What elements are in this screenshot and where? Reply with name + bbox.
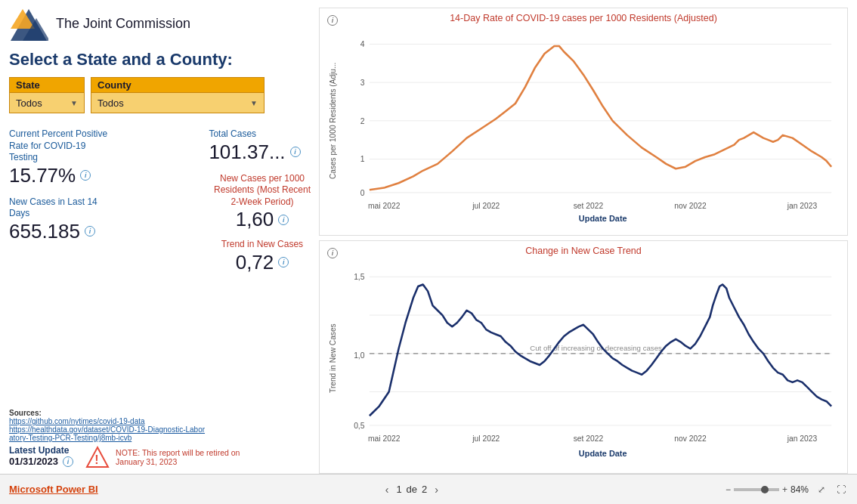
- page-title: Select a State and a County:: [9, 50, 311, 70]
- positive-rate-info-icon[interactable]: i: [80, 170, 91, 181]
- sources-label: Sources:: [9, 409, 311, 417]
- chart2-title: Change in New Case Trend: [326, 246, 841, 256]
- pagination: ‹ 1 de 2 ›: [382, 484, 441, 496]
- svg-text:1,0: 1,0: [354, 352, 365, 360]
- new-cases-14-info-icon[interactable]: i: [85, 226, 95, 237]
- fullscreen-icon[interactable]: ⛶: [834, 483, 848, 496]
- stats-right-col: Total Cases 101.37... i New Cases per 10…: [190, 128, 311, 274]
- total-cases-block: Total Cases 101.37... i: [209, 128, 300, 164]
- note-block: ! NOTE: This report will be retired on J…: [85, 445, 252, 469]
- trend-info-icon[interactable]: i: [278, 257, 289, 267]
- chart1-title: 14-Day Rate of COVID-19 cases per 1000 R…: [326, 13, 841, 23]
- zoom-controls: − + 84%: [726, 484, 809, 495]
- warning-icon: !: [85, 445, 110, 469]
- county-arrow-icon: ▼: [250, 99, 258, 107]
- svg-text:2: 2: [360, 117, 365, 125]
- total-cases-info-icon[interactable]: i: [290, 147, 301, 157]
- positive-rate-value: 15.77% i: [9, 164, 190, 187]
- new-cases-1000-label: New Cases per 1000 Residents (Most Recen…: [213, 173, 311, 209]
- page-current: 1: [396, 484, 401, 495]
- powerbi-link[interactable]: Microsoft Power BI: [9, 484, 98, 495]
- source-link-1[interactable]: https://github.com/nytimes/covid-19-data: [9, 417, 311, 425]
- new-cases-1000-info-icon[interactable]: i: [278, 215, 289, 225]
- right-panel: i 14-Day Rate of COVID-19 cases per 1000…: [319, 8, 848, 474]
- svg-text:1,5: 1,5: [354, 274, 365, 282]
- trend-label: Trend in New Cases: [221, 239, 303, 251]
- bottom-left: Sources: https://github.com/nytimes/covi…: [9, 409, 311, 474]
- svg-text:3: 3: [360, 79, 365, 87]
- state-select[interactable]: Todos ▼: [9, 92, 85, 113]
- chart2-info-icon[interactable]: i: [326, 246, 338, 259]
- chart1-info-icon[interactable]: i: [326, 13, 338, 26]
- page-total: 2: [422, 484, 427, 495]
- positive-rate-label: Current Percent Positive Rate for COVID-…: [9, 128, 115, 164]
- state-dropdown-group: State Todos ▼: [9, 77, 85, 113]
- svg-text:!: !: [94, 453, 98, 466]
- source-link-2[interactable]: https://healthdata.gov/dataset/COVID-19-…: [9, 425, 206, 442]
- latest-update-label: Latest Update: [9, 445, 73, 456]
- svg-text:jan 2023: jan 2023: [787, 435, 818, 444]
- stats-left-col: Current Percent Positive Rate for COVID-…: [9, 128, 190, 274]
- new-cases-14-value: 655.185 i: [9, 220, 190, 243]
- latest-update-block: Latest Update 01/31/2023 i: [9, 445, 73, 467]
- svg-text:mai 2022: mai 2022: [368, 435, 401, 444]
- svg-text:set 2022: set 2022: [574, 203, 604, 211]
- note-text: NOTE: This report will be retired on Jan…: [116, 448, 252, 466]
- footer-bar: Microsoft Power BI ‹ 1 de 2 › − + 84% ⤢ …: [0, 474, 857, 504]
- chart1-svg: Cases per 1000 Residents (Adju... 4 3 2 …: [326, 25, 841, 226]
- zoom-minus-icon[interactable]: −: [726, 484, 731, 495]
- dropdowns-row: State Todos ▼ County Todos ▼: [9, 77, 311, 113]
- svg-text:jul 2022: jul 2022: [472, 435, 500, 444]
- zoom-plus-icon[interactable]: +: [782, 484, 787, 495]
- svg-text:4: 4: [360, 40, 365, 48]
- latest-update-date: 01/31/2023 i: [9, 456, 73, 467]
- next-page-button[interactable]: ›: [432, 484, 441, 496]
- state-arrow-icon: ▼: [70, 99, 78, 107]
- svg-text:Update Date: Update Date: [579, 449, 627, 458]
- svg-text:nov 2022: nov 2022: [674, 435, 707, 444]
- svg-text:jul 2022: jul 2022: [472, 203, 500, 211]
- svg-text:nov 2022: nov 2022: [674, 203, 707, 211]
- county-dropdown-group: County Todos ▼: [91, 77, 265, 113]
- new-cases-1000-value: 1,60 i: [236, 208, 289, 231]
- svg-text:jan 2023: jan 2023: [787, 203, 818, 211]
- positive-rate-block: Current Percent Positive Rate for COVID-…: [9, 128, 190, 187]
- new-cases-14-label: New Cases in Last 14 Days: [9, 196, 115, 220]
- total-cases-value: 101.37... i: [209, 141, 300, 164]
- new-cases-1000-block: New Cases per 1000 Residents (Most Recen…: [213, 173, 311, 232]
- svg-text:0: 0: [360, 189, 365, 197]
- zoom-slider-thumb: [761, 486, 769, 493]
- logo-text: The Joint Commission: [56, 16, 190, 32]
- logo-icon: [9, 8, 48, 41]
- county-select[interactable]: Todos ▼: [91, 92, 265, 113]
- logo-area: The Joint Commission: [9, 8, 311, 41]
- trend-block: Trend in New Cases 0,72 i: [221, 239, 303, 274]
- svg-text:0,5: 0,5: [354, 422, 365, 430]
- chart2-container: i Change in New Case Trend Trend in New …: [319, 240, 848, 474]
- total-cases-label: Total Cases: [209, 128, 300, 141]
- county-label: County: [91, 77, 265, 92]
- svg-text:Trend in New Cases: Trend in New Cases: [329, 324, 337, 394]
- trend-value: 0,72 i: [236, 251, 289, 274]
- chart1-container: i 14-Day Rate of COVID-19 cases per 1000…: [319, 8, 848, 236]
- svg-text:Update Date: Update Date: [579, 214, 627, 223]
- update-info-icon[interactable]: i: [63, 456, 73, 467]
- footer-right: − + 84% ⤢ ⛶: [726, 483, 848, 496]
- svg-text:Cut off of increasing or decre: Cut off of increasing or decreasing case…: [530, 344, 662, 352]
- state-label: State: [9, 77, 85, 92]
- svg-text:mai 2022: mai 2022: [368, 203, 401, 211]
- prev-page-button[interactable]: ‹: [382, 484, 392, 496]
- page-label: de: [407, 484, 417, 495]
- svg-text:1: 1: [360, 155, 365, 163]
- new-cases-14-block: New Cases in Last 14 Days 655.185 i: [9, 196, 190, 243]
- svg-text:set 2022: set 2022: [574, 435, 604, 444]
- expand-icon[interactable]: ⤢: [815, 483, 828, 496]
- zoom-slider[interactable]: [734, 488, 779, 491]
- zoom-percentage: 84%: [790, 484, 809, 495]
- svg-text:Cases per 1000 Residents (Adju: Cases per 1000 Residents (Adju...: [329, 63, 337, 180]
- chart2-svg: Trend in New Cases 1,5 1,0 0,5 Cut off o…: [326, 258, 841, 464]
- update-row: Latest Update 01/31/2023 i ! NOTE: This …: [9, 445, 311, 469]
- stats-combined: Current Percent Positive Rate for COVID-…: [9, 128, 311, 274]
